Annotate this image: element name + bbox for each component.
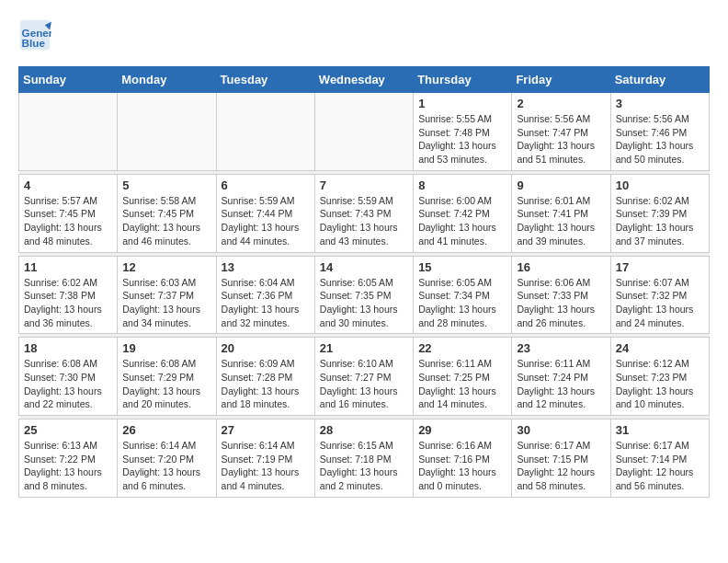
day-number: 10 [616,178,704,192]
calendar-cell: 3Sunrise: 5:56 AM Sunset: 7:46 PM Daylig… [610,93,709,171]
day-number: 7 [320,178,408,192]
day-number: 2 [517,97,605,110]
day-number: 8 [418,178,506,192]
day-number: 4 [24,178,112,192]
day-info: Sunrise: 6:16 AM Sunset: 7:16 PM Dayligh… [418,439,506,493]
day-info: Sunrise: 6:00 AM Sunset: 7:42 PM Dayligh… [418,194,506,248]
calendar-cell: 4Sunrise: 5:57 AM Sunset: 7:45 PM Daylig… [19,174,118,252]
calendar-table: SundayMondayTuesdayWednesdayThursdayFrid… [18,66,710,498]
day-info: Sunrise: 5:56 AM Sunset: 7:47 PM Dayligh… [517,112,605,167]
day-info: Sunrise: 6:13 AM Sunset: 7:22 PM Dayligh… [24,439,112,493]
calendar-header-row: SundayMondayTuesdayWednesdayThursdayFrid… [19,67,710,93]
day-info: Sunrise: 6:09 AM Sunset: 7:28 PM Dayligh… [222,357,310,411]
calendar-cell: 7Sunrise: 5:59 AM Sunset: 7:43 PM Daylig… [314,174,413,252]
calendar-cell: 11Sunrise: 6:02 AM Sunset: 7:38 PM Dayli… [19,256,118,334]
day-number: 30 [517,423,605,437]
calendar-cell: 16Sunrise: 6:06 AM Sunset: 7:33 PM Dayli… [512,256,610,334]
day-info: Sunrise: 6:05 AM Sunset: 7:35 PM Dayligh… [320,276,408,330]
day-number: 5 [122,178,210,192]
day-info: Sunrise: 5:57 AM Sunset: 7:45 PM Dayligh… [24,194,112,248]
logo-icon: General Blue [18,18,51,52]
calendar-cell: 21Sunrise: 6:10 AM Sunset: 7:27 PM Dayli… [314,338,413,416]
day-info: Sunrise: 6:17 AM Sunset: 7:15 PM Dayligh… [517,439,605,493]
day-number: 29 [418,423,506,437]
day-info: Sunrise: 5:59 AM Sunset: 7:44 PM Dayligh… [222,194,310,248]
day-info: Sunrise: 6:06 AM Sunset: 7:33 PM Dayligh… [517,276,605,330]
day-number: 22 [418,341,506,355]
day-info: Sunrise: 5:55 AM Sunset: 7:48 PM Dayligh… [418,112,506,167]
calendar-cell: 8Sunrise: 6:00 AM Sunset: 7:42 PM Daylig… [414,174,512,252]
calendar-cell: 10Sunrise: 6:02 AM Sunset: 7:39 PM Dayli… [610,174,709,252]
day-number: 15 [418,260,506,274]
calendar-cell: 15Sunrise: 6:05 AM Sunset: 7:34 PM Dayli… [414,256,512,334]
calendar-cell [314,93,413,171]
day-number: 27 [222,423,310,437]
day-info: Sunrise: 6:15 AM Sunset: 7:18 PM Dayligh… [320,439,408,493]
column-header-monday: Monday [118,67,216,93]
calendar-week-1: 1Sunrise: 5:55 AM Sunset: 7:48 PM Daylig… [19,93,710,171]
day-number: 6 [222,178,310,192]
column-header-tuesday: Tuesday [216,67,314,93]
day-info: Sunrise: 6:10 AM Sunset: 7:27 PM Dayligh… [320,357,408,411]
day-number: 25 [24,423,112,437]
page-header: General Blue [18,18,710,52]
calendar-cell: 24Sunrise: 6:12 AM Sunset: 7:23 PM Dayli… [610,338,709,416]
calendar-cell: 17Sunrise: 6:07 AM Sunset: 7:32 PM Dayli… [610,256,709,334]
calendar-cell: 1Sunrise: 5:55 AM Sunset: 7:48 PM Daylig… [414,93,512,171]
calendar-cell: 22Sunrise: 6:11 AM Sunset: 7:25 PM Dayli… [414,338,512,416]
calendar-cell [216,93,314,171]
calendar-cell: 26Sunrise: 6:14 AM Sunset: 7:20 PM Dayli… [118,419,216,498]
day-number: 16 [517,260,605,274]
calendar-cell: 28Sunrise: 6:15 AM Sunset: 7:18 PM Dayli… [314,419,413,498]
day-info: Sunrise: 6:17 AM Sunset: 7:14 PM Dayligh… [616,439,704,493]
day-info: Sunrise: 6:02 AM Sunset: 7:39 PM Dayligh… [616,194,704,248]
calendar-cell: 13Sunrise: 6:04 AM Sunset: 7:36 PM Dayli… [216,256,314,334]
calendar-cell: 5Sunrise: 5:58 AM Sunset: 7:45 PM Daylig… [118,174,216,252]
day-number: 12 [122,260,210,274]
calendar-cell: 2Sunrise: 5:56 AM Sunset: 7:47 PM Daylig… [512,93,610,171]
day-number: 14 [320,260,408,274]
calendar-cell [19,93,118,171]
day-number: 3 [616,97,704,110]
day-number: 9 [517,178,605,192]
day-info: Sunrise: 6:01 AM Sunset: 7:41 PM Dayligh… [517,194,605,248]
calendar-week-3: 11Sunrise: 6:02 AM Sunset: 7:38 PM Dayli… [19,256,710,334]
calendar-cell: 27Sunrise: 6:14 AM Sunset: 7:19 PM Dayli… [216,419,314,498]
day-number: 19 [122,341,210,355]
day-info: Sunrise: 5:58 AM Sunset: 7:45 PM Dayligh… [122,194,210,248]
column-header-friday: Friday [512,67,610,93]
day-number: 13 [222,260,310,274]
day-info: Sunrise: 6:12 AM Sunset: 7:23 PM Dayligh… [616,357,704,411]
calendar-cell: 25Sunrise: 6:13 AM Sunset: 7:22 PM Dayli… [19,419,118,498]
calendar-cell: 23Sunrise: 6:11 AM Sunset: 7:24 PM Dayli… [512,338,610,416]
day-info: Sunrise: 6:03 AM Sunset: 7:37 PM Dayligh… [122,276,210,330]
calendar-cell: 31Sunrise: 6:17 AM Sunset: 7:14 PM Dayli… [610,419,709,498]
day-number: 21 [320,341,408,355]
day-number: 31 [616,423,704,437]
column-header-wednesday: Wednesday [314,67,413,93]
calendar-cell: 18Sunrise: 6:08 AM Sunset: 7:30 PM Dayli… [19,338,118,416]
day-info: Sunrise: 6:05 AM Sunset: 7:34 PM Dayligh… [418,276,506,330]
day-info: Sunrise: 6:14 AM Sunset: 7:20 PM Dayligh… [122,439,210,493]
day-number: 1 [418,97,506,110]
calendar-cell: 19Sunrise: 6:08 AM Sunset: 7:29 PM Dayli… [118,338,216,416]
calendar-cell: 9Sunrise: 6:01 AM Sunset: 7:41 PM Daylig… [512,174,610,252]
day-info: Sunrise: 6:02 AM Sunset: 7:38 PM Dayligh… [24,276,112,330]
calendar-cell: 30Sunrise: 6:17 AM Sunset: 7:15 PM Dayli… [512,419,610,498]
calendar-cell: 12Sunrise: 6:03 AM Sunset: 7:37 PM Dayli… [118,256,216,334]
day-info: Sunrise: 6:07 AM Sunset: 7:32 PM Dayligh… [616,276,704,330]
calendar-cell: 6Sunrise: 5:59 AM Sunset: 7:44 PM Daylig… [216,174,314,252]
calendar-week-5: 25Sunrise: 6:13 AM Sunset: 7:22 PM Dayli… [19,419,710,498]
day-number: 18 [24,341,112,355]
day-info: Sunrise: 6:08 AM Sunset: 7:29 PM Dayligh… [122,357,210,411]
day-number: 26 [122,423,210,437]
day-number: 11 [24,260,112,274]
day-info: Sunrise: 5:59 AM Sunset: 7:43 PM Dayligh… [320,194,408,248]
logo: General Blue [18,18,57,52]
day-number: 24 [616,341,704,355]
calendar-week-2: 4Sunrise: 5:57 AM Sunset: 7:45 PM Daylig… [19,174,710,252]
day-info: Sunrise: 6:08 AM Sunset: 7:30 PM Dayligh… [24,357,112,411]
column-header-thursday: Thursday [414,67,512,93]
calendar-cell [118,93,216,171]
column-header-sunday: Sunday [19,67,118,93]
